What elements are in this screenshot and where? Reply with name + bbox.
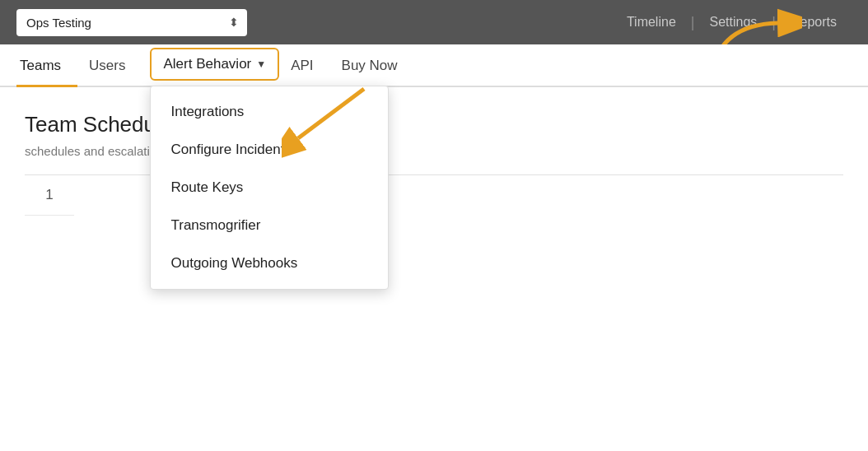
- dropdown-item-route-keys[interactable]: Route Keys: [151, 169, 388, 207]
- table-area: 1: [25, 174, 843, 216]
- dropdown-item-outgoing-webhooks[interactable]: Outgoing Webhooks: [151, 244, 388, 282]
- org-selector-wrapper: Ops Testing ⬍: [16, 9, 247, 36]
- alert-behavior-dropdown: Integrations Configure Incidents Route K…: [150, 86, 389, 290]
- alert-behavior-label: Alert Behavior: [163, 56, 251, 72]
- top-nav: Timeline | Settings | Reports: [612, 14, 852, 31]
- page-title: Team Schedules: [25, 112, 843, 137]
- main-content: Team Schedules schedules and escalation …: [0, 87, 868, 216]
- nav-reports[interactable]: Reports: [776, 15, 852, 30]
- dropdown-item-configure-incidents[interactable]: Configure Incidents: [151, 131, 388, 169]
- dropdown-item-transmogrifier[interactable]: Transmogrifier: [151, 207, 388, 244]
- tab-teams[interactable]: Teams: [16, 46, 77, 86]
- table-row: 1: [25, 175, 74, 216]
- tab-users[interactable]: Users: [86, 46, 142, 86]
- dropdown-item-integrations[interactable]: Integrations: [151, 93, 388, 131]
- nav-timeline[interactable]: Timeline: [612, 15, 691, 30]
- tab-bar: Teams Users Alert Behavior ▼ Integration…: [0, 44, 868, 87]
- alert-behavior-container: Alert Behavior ▼ Integrations Configure …: [150, 48, 287, 86]
- tab-alert-behavior[interactable]: Alert Behavior ▼: [150, 48, 279, 81]
- top-bar: Ops Testing ⬍ Timeline | Settings | Repo…: [0, 0, 868, 44]
- nav-settings[interactable]: Settings: [694, 15, 772, 30]
- dropdown-arrow-icon: ▼: [256, 58, 266, 70]
- tab-api[interactable]: API: [287, 46, 329, 86]
- org-selector[interactable]: Ops Testing: [16, 9, 247, 36]
- page-subtitle: schedules and escalation policies: [25, 144, 843, 158]
- tab-buy-now[interactable]: Buy Now: [338, 46, 414, 86]
